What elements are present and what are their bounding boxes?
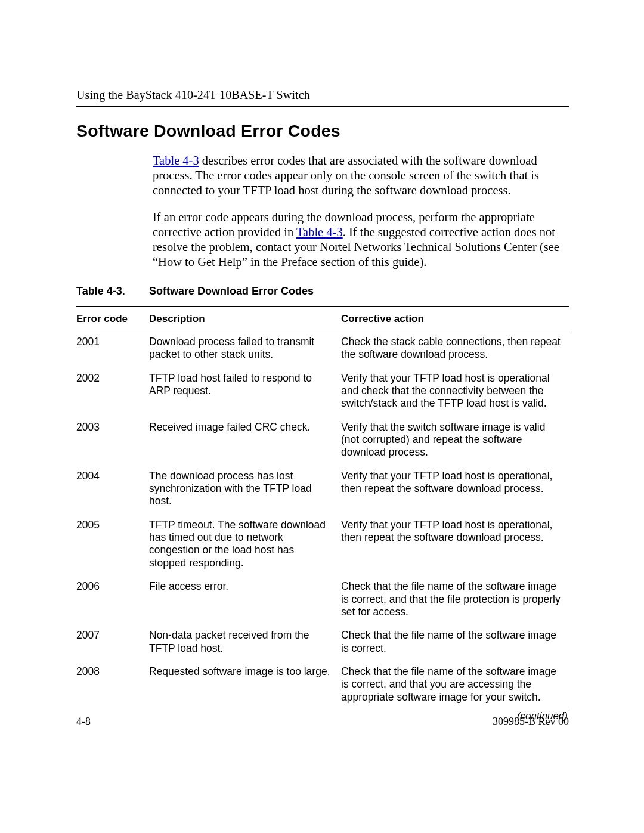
header-rule <box>76 106 569 107</box>
cell-code: 2002 <box>76 367 149 416</box>
intro-paragraph-2: If an error code appears during the down… <box>153 210 569 270</box>
para1-text: describes error codes that are associate… <box>153 154 539 197</box>
intro-paragraph-1: Table 4-3 describes error codes that are… <box>153 153 569 198</box>
cell-action: Check that the file name of the software… <box>341 660 569 709</box>
table-row: 2003Received image failed CRC check.Veri… <box>76 416 569 465</box>
cell-action: Verify that your TFTP load host is opera… <box>341 367 569 416</box>
cell-desc: TFTP timeout. The software download has … <box>149 513 341 575</box>
table-caption: Table 4-3.Software Download Error Codes <box>76 285 569 298</box>
table-row: 2004The download process has lost synchr… <box>76 465 569 513</box>
cell-code: 2005 <box>76 513 149 575</box>
footer-rule <box>76 708 569 708</box>
page-number: 4-8 <box>76 716 91 728</box>
table-row: 2006File access error.Check that the fil… <box>76 575 569 624</box>
cell-code: 2004 <box>76 465 149 513</box>
table-body: 2001Download process failed to transmit … <box>76 330 569 709</box>
table-link-1[interactable]: Table 4-3 <box>153 154 199 167</box>
th-action: Corrective action <box>341 306 569 330</box>
cell-desc: File access error. <box>149 575 341 624</box>
cell-desc: The download process has lost synchroniz… <box>149 465 341 513</box>
cell-action: Check that the file name of the software… <box>341 624 569 660</box>
cell-code: 2008 <box>76 660 149 709</box>
table-row: 2008Requested software image is too larg… <box>76 660 569 709</box>
cell-action: Verify that your TFTP load host is opera… <box>341 513 569 575</box>
cell-action: Check that the file name of the software… <box>341 575 569 624</box>
th-description: Description <box>149 306 341 330</box>
th-error-code: Error code <box>76 306 149 330</box>
section-heading: Software Download Error Codes <box>76 121 569 141</box>
cell-code: 2006 <box>76 575 149 624</box>
cell-desc: Received image failed CRC check. <box>149 416 341 465</box>
doc-id: 309985-B Rev 00 <box>493 716 569 728</box>
cell-action: Verify that the switch software image is… <box>341 416 569 465</box>
table-header-row: Error code Description Corrective action <box>76 306 569 330</box>
table-row: 2001Download process failed to transmit … <box>76 330 569 367</box>
table-row: 2007Non-data packet received from the TF… <box>76 624 569 660</box>
cell-desc: Download process failed to transmit pack… <box>149 330 341 367</box>
cell-desc: TFTP load host failed to respond to ARP … <box>149 367 341 416</box>
page-content: Using the BayStack 410-24T 10BASE-T Swit… <box>76 88 569 722</box>
cell-desc: Non-data packet received from the TFTP l… <box>149 624 341 660</box>
cell-code: 2001 <box>76 330 149 367</box>
table-row: 2005TFTP timeout. The software download … <box>76 513 569 575</box>
table-row: 2002TFTP load host failed to respond to … <box>76 367 569 416</box>
table-link-2[interactable]: Table 4-3 <box>296 225 343 239</box>
cell-code: 2007 <box>76 624 149 660</box>
cell-action: Check the stack cable connections, then … <box>341 330 569 367</box>
table-number: Table 4-3. <box>76 285 149 298</box>
page-footer: 4-8 309985-B Rev 00 <box>76 716 569 728</box>
table-title: Software Download Error Codes <box>149 285 314 297</box>
cell-action: Verify that your TFTP load host is opera… <box>341 465 569 513</box>
cell-code: 2003 <box>76 416 149 465</box>
error-codes-table: Error code Description Corrective action… <box>76 306 569 709</box>
cell-desc: Requested software image is too large. <box>149 660 341 709</box>
running-header: Using the BayStack 410-24T 10BASE-T Swit… <box>76 88 569 102</box>
